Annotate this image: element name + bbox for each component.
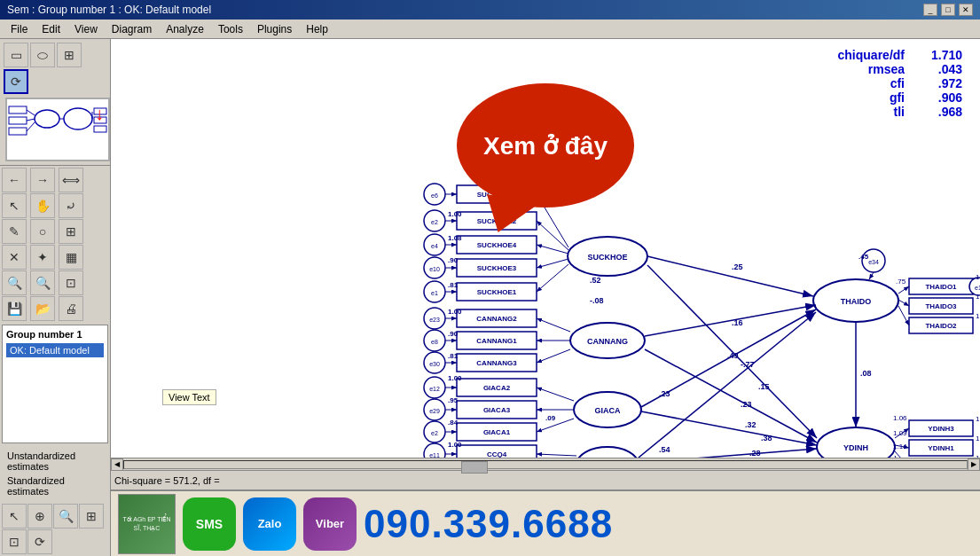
svg-line-5	[27, 119, 35, 121]
svg-text:.15: .15	[758, 382, 770, 391]
svg-line-130	[645, 305, 816, 336]
tool-rectangle[interactable]: ▭	[4, 43, 28, 67]
phone-number: 090.339.6688	[364, 502, 613, 546]
svg-text:SUCKHOE: SUCKHOE	[587, 253, 627, 262]
tool-zoom-out[interactable]: 🔍	[30, 270, 55, 295]
svg-text:.90: .90	[448, 256, 459, 264]
menu-diagram[interactable]: Diagram	[105, 21, 159, 37]
svg-text:GIACA1: GIACA1	[483, 428, 511, 436]
menu-view[interactable]: View	[67, 21, 105, 37]
menu-file[interactable]: File	[4, 21, 35, 37]
menu-plugins[interactable]: Plugins	[250, 21, 299, 37]
svg-point-73	[576, 447, 639, 458]
tool-indicator[interactable]: ⊞	[57, 43, 82, 67]
diagram-canvas[interactable]: e6 e2 e4 e10 e1 e23 e8 e30	[111, 39, 980, 458]
svg-text:1: 1	[976, 435, 980, 442]
svg-rect-2	[9, 128, 27, 135]
tool-freehand[interactable]: ✎	[2, 219, 27, 244]
tool-circle[interactable]: ○	[30, 219, 55, 244]
group-panel: Group number 1 OK: Default model	[2, 325, 108, 443]
tool-save[interactable]: 💾	[2, 296, 27, 321]
tool-erase[interactable]: ✕	[2, 245, 27, 270]
zalo-button[interactable]: Zalo	[243, 497, 296, 551]
svg-text:e6: e6	[431, 192, 438, 199]
svg-text:.90: .90	[448, 330, 459, 338]
svg-text:e2: e2	[431, 219, 438, 225]
svg-text:CANNANG3: CANNANG3	[476, 359, 517, 367]
content-area: e6 e2 e4 e10 e1 e23 e8 e30	[111, 39, 980, 556]
tool-rotate[interactable]: ⤾	[59, 193, 83, 218]
svg-line-93	[537, 318, 570, 332]
gfi-label: gfi	[890, 90, 905, 105]
unstandardized-estimates[interactable]: Unstandardized estimates	[4, 449, 106, 474]
tool-cursor[interactable]: ↖	[2, 193, 27, 218]
tool-hand[interactable]: ✋	[30, 193, 55, 218]
tool-zoom-in[interactable]: 🔍	[2, 270, 27, 295]
tool-pan[interactable]: ⟺	[59, 168, 83, 192]
svg-text:.54: .54	[659, 445, 670, 454]
svg-rect-1	[9, 117, 27, 124]
svg-text:1.00: 1.00	[448, 441, 462, 449]
svg-text:.52: .52	[590, 276, 601, 285]
minimize-btn[interactable]: _	[923, 4, 937, 16]
tool-bottom-1[interactable]: ↖	[2, 504, 27, 529]
svg-text:THAIDO2: THAIDO2	[925, 322, 957, 330]
scrollbar-track[interactable]	[123, 460, 968, 469]
svg-line-99	[537, 454, 576, 456]
maximize-btn[interactable]: □	[941, 4, 955, 16]
viber-button[interactable]: Viber	[303, 497, 357, 551]
sms-button[interactable]: SMS	[183, 497, 236, 551]
menu-analyze[interactable]: Analyze	[159, 21, 211, 37]
tool-ellipse[interactable]: ⬭	[30, 43, 55, 67]
svg-text:CCQ4: CCQ4	[487, 450, 507, 458]
scroll-left-btn[interactable]: ◀	[111, 458, 123, 471]
statusbar-text: Chi-square = 571.2, df =	[114, 475, 220, 486]
svg-text:e23: e23	[429, 317, 440, 323]
tooltip-view-text: View Text	[162, 389, 216, 405]
rmsea-value: .043	[922, 62, 962, 76]
svg-rect-11	[94, 126, 106, 132]
tool-model-active[interactable]: ⟳	[4, 69, 28, 94]
tool-bottom-5[interactable]: ⊡	[2, 529, 27, 554]
scroll-thumb[interactable]	[461, 461, 488, 474]
svg-text:CANNANG2: CANNANG2	[476, 315, 517, 323]
tool-fit[interactable]: ⊡	[59, 270, 83, 295]
tool-open[interactable]: 📂	[30, 296, 55, 321]
svg-line-123	[869, 272, 874, 279]
chisquare-label: chiquare/df	[838, 48, 905, 62]
svg-line-169	[895, 456, 909, 458]
tool-bottom-4[interactable]: ⊞	[79, 504, 104, 529]
tool-undo[interactable]: ←	[2, 168, 27, 192]
tool-bottom-6[interactable]: ⟳	[27, 529, 52, 554]
tool-table[interactable]: ⊞	[59, 219, 83, 244]
standardized-estimates[interactable]: Standardized estimates	[4, 474, 106, 498]
menu-tools[interactable]: Tools	[211, 21, 250, 37]
tool-print[interactable]: 🖨	[59, 296, 83, 321]
svg-text:.75: .75	[896, 278, 906, 286]
cfi-value: .972	[922, 76, 962, 90]
horizontal-scrollbar[interactable]: ◀ ▶	[111, 458, 980, 470]
tool-bottom-3[interactable]: 🔍	[53, 504, 78, 529]
tool-redo[interactable]: →	[30, 168, 55, 192]
svg-text:.38: .38	[761, 434, 772, 442]
tool-grid[interactable]: ▦	[59, 245, 83, 270]
svg-text:GIACA2: GIACA2	[483, 384, 511, 392]
close-btn[interactable]: ✕	[959, 4, 973, 16]
svg-line-95	[537, 349, 570, 363]
svg-text:1.09: 1.09	[893, 429, 907, 437]
tool-bottom-2[interactable]: ⊕	[27, 504, 52, 529]
svg-text:1.06: 1.06	[893, 414, 907, 422]
svg-text:1.14: 1.14	[893, 442, 907, 450]
window-title: Sem : Group number 1 : OK: Default model	[7, 4, 923, 16]
svg-text:e11: e11	[429, 452, 440, 458]
model-item-default[interactable]: OK: Default model	[6, 343, 104, 357]
left-toolbar: ▭ ⬭ ⊞ ⟳	[0, 39, 111, 556]
menu-help[interactable]: Help	[299, 21, 335, 37]
svg-text:THAIDO1: THAIDO1	[925, 283, 957, 291]
scroll-right-btn[interactable]: ▶	[968, 458, 980, 471]
svg-line-168	[895, 451, 909, 458]
menu-edit[interactable]: Edit	[35, 21, 67, 37]
ad-photo: Tốt AGh EP TIỂN SĨ, THẠC	[118, 494, 176, 554]
tool-star[interactable]: ✦	[30, 245, 55, 270]
titlebar-controls[interactable]: _ □ ✕	[923, 4, 973, 16]
